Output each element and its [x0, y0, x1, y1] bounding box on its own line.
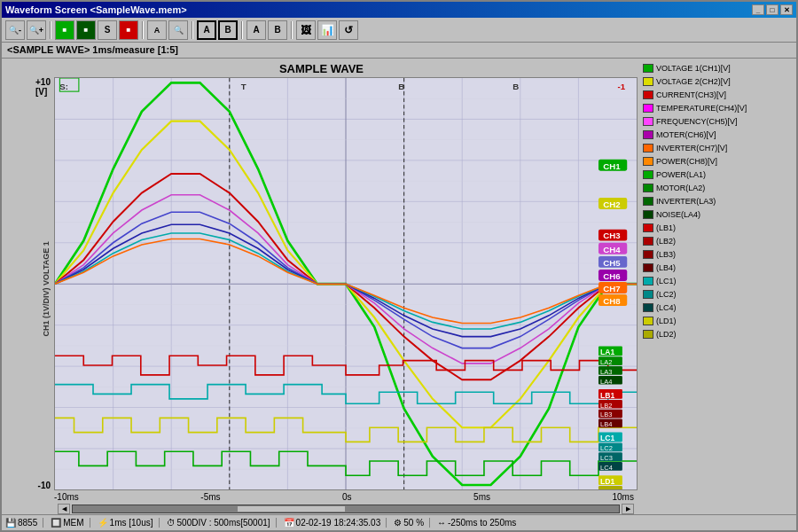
- legend-item-lb2: (LB2): [643, 235, 794, 247]
- legend-item-lb4: (LB4): [643, 262, 794, 274]
- a-plain-btn[interactable]: A: [246, 20, 266, 40]
- mem-label: MEM: [63, 518, 83, 528]
- legend-color-ld2: [643, 330, 653, 339]
- legend-item-ch3: CURRENT(CH3)[V]: [643, 89, 794, 101]
- legend-item-ch8: POWER(CH8)[V]: [643, 155, 794, 168]
- legend-item-lb1: (LB1): [643, 222, 794, 234]
- legend-label-lb3: (LB3): [656, 250, 676, 259]
- maximize-button[interactable]: □: [766, 4, 778, 15]
- svg-text:LA1: LA1: [600, 348, 614, 356]
- legend-color-ch6: [643, 130, 653, 139]
- legend-color-ch4: [643, 104, 653, 113]
- b-box-btn[interactable]: B: [218, 20, 238, 40]
- memory-number: 8855: [18, 518, 37, 528]
- reset-btn[interactable]: ↺: [339, 20, 358, 40]
- image-btn[interactable]: 🖼: [296, 20, 316, 40]
- legend-label-ch1: VOLTAGE 1(CH1)[V]: [656, 64, 731, 73]
- scroll-left-button[interactable]: ◀: [58, 504, 70, 514]
- legend-color-ch3: [643, 90, 653, 99]
- legend-label-la4: NOISE(LA4): [656, 210, 700, 219]
- legend-item-lb3: (LB3): [643, 248, 794, 261]
- legend-label-lb1: (LB1): [656, 223, 676, 232]
- y-axis-labels: +10 [V] CH1 (1V/DIV) VOLTAGE 1 -10: [5, 77, 54, 490]
- a-box-btn[interactable]: A: [197, 20, 216, 40]
- chart-btn[interactable]: 📊: [317, 20, 337, 40]
- status-bar: 💾 8855 🔲 MEM ⚡ 1ms [10us] ⏱ 500DIV : 500…: [2, 514, 796, 530]
- status-div: ⏱ 500DIV : 500ms[50001]: [167, 518, 277, 528]
- legend-item-ld1: (LD1): [643, 315, 794, 327]
- scrollbar-track[interactable]: [72, 505, 620, 513]
- legend-item-ch6: MOTER(CH6)[V]: [643, 129, 794, 141]
- legend-label-lb2: (LB2): [656, 237, 676, 246]
- svg-text:LC1: LC1: [600, 434, 614, 442]
- red-btn[interactable]: ■: [119, 20, 138, 40]
- svg-text:CH2: CH2: [603, 200, 620, 209]
- svg-text:LD2: LD2: [600, 488, 613, 490]
- legend-label-lc1: (LC1): [656, 277, 677, 286]
- magnify-btn[interactable]: 🔍: [168, 20, 188, 40]
- legend-label-ld1: (LD1): [656, 317, 677, 325]
- green-btn[interactable]: ■: [55, 20, 74, 40]
- legend-color-ld1: [643, 317, 653, 325]
- s-btn[interactable]: S: [98, 20, 117, 40]
- memory-icon: 💾: [5, 518, 16, 528]
- status-memory-number: 💾 8855: [5, 518, 43, 528]
- legend-label-ch6: MOTER(CH6)[V]: [656, 130, 716, 139]
- y-top-label: +10 [V]: [35, 77, 51, 97]
- x-label-0s: 0s: [342, 492, 352, 502]
- title-bar: Waveform Screen <SampleWave.mem> _ □ ✕: [2, 2, 796, 18]
- scrollbar-thumb[interactable]: [237, 505, 346, 512]
- y-bottom-label: -10: [38, 481, 51, 490]
- zoom-out-button[interactable]: 🔍-: [5, 20, 25, 40]
- b-plain-btn[interactable]: B: [268, 20, 287, 40]
- clock-icon: ⏱: [167, 518, 176, 528]
- toolbar-separator-3: [192, 21, 193, 39]
- status-mem-type: 🔲 MEM: [51, 518, 90, 528]
- svg-text:LA2: LA2: [600, 358, 612, 366]
- legend-color-lc1: [643, 277, 653, 286]
- legend-label-ch7: INVERTER(CH7)[V]: [656, 144, 727, 153]
- zoom-in-button[interactable]: 🔍+: [27, 20, 46, 40]
- waveform-svg: CH1 CH2 CH3 CH4 CH5 CH6 CH7: [55, 78, 637, 489]
- legend-item-lc2: (LC2): [643, 288, 794, 301]
- minimize-button[interactable]: _: [752, 4, 764, 15]
- legend-color-ch7: [643, 144, 653, 153]
- svg-text:CH6: CH6: [603, 271, 621, 281]
- a-label-btn[interactable]: A: [147, 20, 167, 40]
- svg-text:LC2: LC2: [600, 444, 613, 452]
- percent-icon: ⚙: [394, 518, 402, 528]
- status-range: ↔ -250ms to 250ms: [437, 518, 521, 528]
- main-window: Waveform Screen <SampleWave.mem> _ □ ✕ 🔍…: [0, 0, 798, 532]
- toolbar-separator-1: [50, 21, 51, 39]
- status-timebase: ⚡ 1ms [10us]: [98, 518, 160, 528]
- subtitle-bar: <SAMPLE WAVE> 1ms/measure [1:5]: [2, 43, 796, 59]
- svg-text:CH4: CH4: [603, 245, 621, 254]
- legend-color-lc4: [643, 303, 653, 312]
- legend-item-ch5: FREQUENCY(CH5)[V]: [643, 115, 794, 128]
- legend-label-lc2: (LC2): [656, 290, 677, 299]
- legend-color-ch5: [643, 117, 653, 126]
- legend-color-la1: [643, 170, 653, 179]
- svg-text:LD1: LD1: [600, 477, 614, 486]
- scroll-right-button[interactable]: ▶: [622, 504, 634, 514]
- svg-text:LB3: LB3: [600, 411, 612, 419]
- legend-label-ch2: VOLTAGE 2(CH2)[V]: [656, 77, 731, 86]
- dark-green-btn[interactable]: ■: [76, 20, 96, 40]
- legend-color-lc2: [643, 290, 653, 299]
- svg-text:LB2: LB2: [600, 402, 612, 410]
- legend-item-ld2: (LD2): [643, 328, 794, 340]
- legend-item-ch7: INVERTER(CH7)[V]: [643, 142, 794, 154]
- range-value: -250ms to 250ms: [448, 518, 516, 528]
- legend-color-la4: [643, 210, 653, 219]
- chart-area: SAMPLE WAVE +10 [V] CH1 (1V/DIV) VOLTAGE…: [2, 59, 641, 514]
- svg-text:-1: -1: [617, 82, 625, 91]
- close-button[interactable]: ✕: [780, 4, 793, 15]
- toolbar: 🔍- 🔍+ ■ ■ S ■ A 🔍 A B A B 🖼 📊 ↺: [2, 18, 796, 43]
- legend-color-lb1: [643, 223, 653, 232]
- svg-text:LB4: LB4: [600, 420, 612, 428]
- legend-label-ch3: CURRENT(CH3)[V]: [656, 90, 726, 99]
- y-axis-title: CH1 (1V/DIV) VOLTAGE 1: [42, 97, 51, 481]
- chart-canvas[interactable]: CH1 CH2 CH3 CH4 CH5 CH6 CH7: [54, 77, 638, 490]
- svg-text:CH5: CH5: [603, 258, 621, 268]
- legend-item-la1: POWER(LA1): [643, 168, 794, 181]
